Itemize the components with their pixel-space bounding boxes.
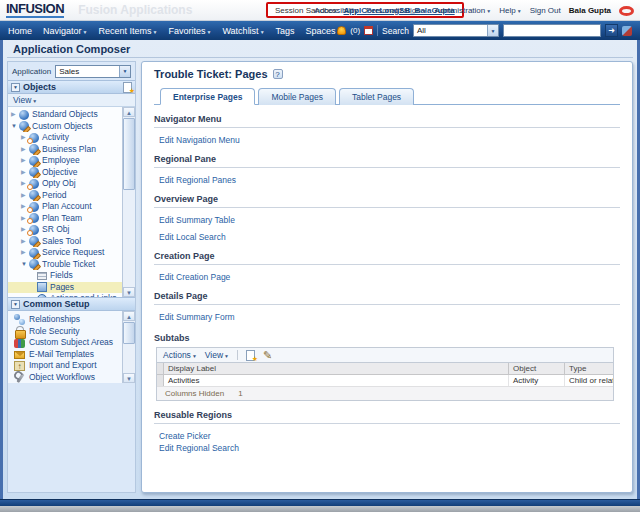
scroll-thumb[interactable] [123, 118, 135, 190]
accessibility-link[interactable]: Accessibility [314, 6, 358, 15]
row-header-strip [157, 375, 164, 386]
scroll-thumb[interactable] [123, 322, 135, 344]
tree-item-plan-account[interactable]: ▶Plan Account [8, 201, 122, 213]
tree-scrollbar[interactable]: ▲ ▼ [122, 107, 135, 297]
tab-enterprise-pages[interactable]: Enterprise Pages [160, 88, 255, 105]
nav-favorites[interactable]: Favorites▼ [168, 26, 211, 36]
actions-menu-button[interactable]: Actions▼ [163, 350, 197, 360]
tab-mobile-pages[interactable]: Mobile Pages [258, 88, 336, 105]
expand-arrow-icon[interactable]: ▶ [11, 109, 19, 121]
common-item-import-export[interactable]: ↑Import and Export [8, 360, 122, 372]
expand-arrow-icon[interactable]: ▶ [21, 190, 29, 202]
common-item-object-workflows[interactable]: Object Workflows [8, 372, 122, 384]
edit-summary-table-link[interactable]: Edit Summary Table [159, 215, 235, 225]
calendar-icon[interactable] [364, 26, 373, 35]
scroll-up-icon[interactable]: ▲ [123, 107, 135, 117]
common-item-role-security[interactable]: Role Security [8, 326, 122, 338]
collapse-arrow-icon[interactable]: ▼ [11, 121, 19, 133]
tree-item-custom-objects[interactable]: ▼Custom Objects [8, 121, 122, 133]
collapse-icon[interactable]: ▼ [11, 300, 20, 309]
tree-item-objective[interactable]: ▶Objective [8, 167, 122, 179]
import-export-icon: ↑ [14, 361, 25, 371]
tree-item-employee[interactable]: ▶Employee [8, 155, 122, 167]
collapse-icon[interactable]: ▼ [11, 83, 20, 92]
tree-item-trouble-ticket[interactable]: ▼Trouble Ticket [8, 259, 122, 271]
scroll-down-icon[interactable]: ▼ [123, 287, 135, 297]
personalization-menu[interactable]: Personalization▼ [366, 6, 427, 15]
row-header-strip [157, 363, 164, 374]
scroll-up-icon[interactable]: ▲ [123, 311, 135, 321]
edit-regional-panes-link[interactable]: Edit Regional Panes [159, 175, 236, 185]
chevron-down-icon: ▼ [32, 98, 37, 104]
search-scope-select[interactable]: All ▼ [413, 24, 499, 37]
advanced-search-icon[interactable] [622, 26, 632, 36]
tree-item-opty-obj[interactable]: ▶Opty Obj [8, 178, 122, 190]
nav-spaces[interactable]: Spaces [306, 26, 336, 36]
expand-arrow-icon[interactable]: ▶ [21, 167, 29, 179]
tree-item-service-request[interactable]: ▶Service Request [8, 247, 122, 259]
tree-item-standard-objects[interactable]: ▶Standard Objects [8, 109, 122, 121]
edit-regional-search-link[interactable]: Edit Regional Search [159, 443, 239, 453]
tree-item-fields[interactable]: Fields [8, 270, 122, 282]
edit-navigation-menu-link[interactable]: Edit Navigation Menu [159, 135, 240, 145]
expand-arrow-icon[interactable]: ▶ [21, 236, 29, 248]
common-item-relationships[interactable]: Relationships [8, 314, 122, 326]
globe-badge-icon [29, 133, 39, 143]
expand-arrow-icon[interactable]: ▶ [21, 144, 29, 156]
wrench-icon [14, 372, 25, 383]
search-input[interactable] [503, 24, 601, 37]
expand-arrow-icon[interactable]: ▶ [21, 247, 29, 259]
new-row-icon[interactable] [246, 350, 255, 361]
table-row[interactable]: Activities Activity Child or related obj… [157, 375, 613, 387]
nav-recent-items[interactable]: Recent Items▼ [99, 26, 158, 36]
edit-local-search-link[interactable]: Edit Local Search [159, 232, 226, 242]
bottom-navy-bar [0, 499, 640, 506]
tree-item-period[interactable]: ▶Period [8, 190, 122, 202]
col-type[interactable]: Type [565, 363, 613, 374]
tab-tablet-pages[interactable]: Tablet Pages [339, 88, 414, 105]
expand-arrow-icon[interactable]: ▶ [21, 155, 29, 167]
help-menu[interactable]: Help▼ [499, 6, 521, 15]
new-object-icon[interactable] [123, 82, 132, 93]
globe-edit-icon [29, 248, 39, 258]
view-menu-button[interactable]: View▼ [205, 350, 229, 360]
scroll-down-icon[interactable]: ▼ [123, 373, 135, 383]
application-select[interactable]: Sales ▼ [55, 65, 131, 78]
create-picker-link[interactable]: Create Picker [159, 431, 211, 441]
tree-item-plan-team[interactable]: ▶Plan Team [8, 213, 122, 225]
tree-item-pages[interactable]: Pages [8, 282, 122, 294]
nav-tags[interactable]: Tags [276, 26, 295, 36]
sign-out-link[interactable]: Sign Out [530, 6, 561, 15]
nav-navigator[interactable]: Navigator▼ [43, 26, 87, 36]
administration-menu[interactable]: Administration▼ [435, 6, 492, 15]
col-display-label[interactable]: Display Label [164, 363, 509, 374]
edit-summary-form-link[interactable]: Edit Summary Form [159, 312, 235, 322]
globe-edit-icon [29, 259, 39, 269]
list-scrollbar[interactable]: ▲ ▼ [122, 311, 135, 383]
chevron-down-icon: ▼ [486, 8, 491, 14]
section-heading: Navigator Menu [154, 114, 620, 128]
bell-icon[interactable] [337, 26, 346, 35]
relationships-icon [14, 314, 25, 325]
cell-object: Activity [509, 375, 565, 386]
user-name: Bala Gupta [569, 6, 611, 15]
col-object[interactable]: Object [509, 363, 565, 374]
nav-home[interactable]: Home [8, 26, 32, 36]
view-menu-button[interactable]: View▼ [13, 95, 37, 105]
bottom-gray-bar [0, 506, 640, 512]
common-item-email-templates[interactable]: E-Mail Templates [8, 349, 122, 361]
nav-watchlist[interactable]: Watchlist▼ [222, 26, 264, 36]
collapse-arrow-icon[interactable]: ▼ [21, 259, 29, 271]
tree-item-sr-obj[interactable]: ▶SR Obj [8, 224, 122, 236]
tree-item-sales-tool[interactable]: ▶Sales Tool [8, 236, 122, 248]
globe-badge-icon [29, 179, 39, 189]
tree-item-business-plan[interactable]: ▶Business Plan [8, 144, 122, 156]
edit-creation-page-link[interactable]: Edit Creation Page [159, 272, 230, 282]
search-go-button[interactable]: ➜ [605, 24, 618, 37]
tree-item-activity[interactable]: ▶Activity [8, 132, 122, 144]
help-icon[interactable]: ? [273, 69, 283, 79]
globe-badge-icon [29, 225, 39, 235]
sidebar: Application Sales ▼ ▼ Objects View▼ ▶Sta… [7, 61, 136, 493]
pencil-icon[interactable]: ✎ [263, 350, 272, 361]
chevron-down-icon: ▼ [192, 353, 197, 359]
